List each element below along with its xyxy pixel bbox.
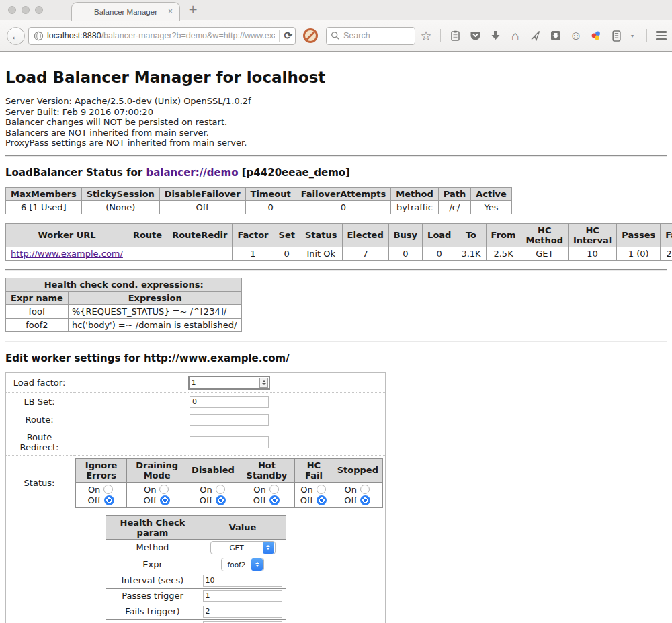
edit-worker-form: Load factor: LB Set: Route: Route Redire… [5,372,386,623]
divider [5,269,667,271]
back-button[interactable]: ← [7,27,25,45]
col-hot-standby: Hot Standby [239,458,294,482]
worker-url-link[interactable]: http://www.example.com/ [11,249,123,259]
draining-mode-off-radio[interactable] [160,495,170,505]
hc-fail-radios: On Off [295,482,333,507]
urlbar-divider [279,30,280,42]
cell-timeout: 0 [245,200,296,214]
hc-uri-input[interactable] [203,621,282,623]
server-built-line: Server Built: Feb 9 2016 07:00:20 [5,107,667,118]
cell-failoverattempts: 0 [296,200,391,214]
interval-input[interactable] [203,575,282,587]
cell-route [128,247,167,260]
close-tab-icon[interactable]: × [168,7,173,16]
number-stepper-icon[interactable] [259,378,268,388]
col-route: Route [128,223,167,247]
balancer-status-heading: LoadBalancer Status for balancer://demo … [5,167,667,179]
expr-select-value: foof2 [222,560,251,569]
search-input[interactable] [343,31,411,40]
select-stepper-icon [251,558,263,571]
tab-title: Balancer Manager [94,8,157,16]
blocked-content-icon[interactable] [303,28,318,43]
stopped-on-radio[interactable] [360,485,370,494]
heading-suffix: [p4420eeae_demo] [239,167,350,179]
cell-factor: 1 [233,247,274,260]
addon-download-icon[interactable] [550,30,562,42]
url-text[interactable]: localhost:8880/balancer-manager?b=demo&w… [47,31,275,40]
search-bar[interactable] [326,27,415,45]
on-label: On [144,485,156,495]
bookmark-star-icon[interactable]: ☆ [420,30,432,42]
col-to: To [456,223,486,247]
hc-fail-off-radio[interactable] [317,495,327,505]
off-label: Off [344,495,357,505]
load-factor-field[interactable] [188,376,270,390]
browser-tab[interactable]: Balancer Manager × [71,2,180,21]
ignore-errors-off-radio[interactable] [104,495,114,505]
lb-set-input[interactable] [190,396,269,408]
container-icon[interactable] [610,30,622,42]
heading-prefix: LoadBalancer Status for [5,167,146,179]
home-icon[interactable]: ⌂ [509,30,521,42]
downloads-icon[interactable] [489,30,501,42]
url-bar[interactable]: localhost:8880/balancer-manager?b=demo&w… [28,27,296,45]
stopped-off-radio[interactable] [360,495,370,505]
toolbar-divider [646,29,647,42]
window-controls[interactable] [8,6,43,14]
server-version-line: Server Version: Apache/2.5.0-dev (Unix) … [5,96,667,107]
feedback-smiley-icon[interactable]: ☺ [570,30,582,42]
hc-fail-on-radio[interactable] [317,485,326,494]
col-worker-url: Worker URL [6,223,128,247]
col-disabled: Disabled [187,458,239,482]
col-failoverattempts: FailoverAttempts [296,187,391,200]
load-factor-input[interactable] [190,378,259,386]
hot-standby-off-radio[interactable] [269,495,280,505]
send-plane-icon[interactable] [530,30,542,42]
expr-table-title: Health check cond. expressions: [6,278,242,291]
method-select[interactable]: GET [210,541,276,554]
off-label: Off [200,495,212,505]
close-window-button[interactable] [8,6,16,14]
expr-select[interactable]: foof2 [221,558,264,571]
draining-mode-on-radio[interactable] [159,485,169,494]
cell-method: bytraffic [391,200,438,214]
pocket-icon[interactable] [469,30,481,42]
expr-label: Expr [106,556,200,573]
disabled-on-radio[interactable] [216,485,225,494]
colorways-icon[interactable] [590,30,602,42]
method-select-value: GET [212,544,262,552]
ignore-errors-on-radio[interactable] [103,485,113,494]
reload-icon[interactable]: ⟳ [284,30,292,42]
new-tab-button[interactable]: + [188,3,198,16]
hot-standby-on-radio[interactable] [269,485,279,494]
disabled-off-radio[interactable] [216,495,226,505]
chevron-down-icon[interactable]: ▾ [626,30,638,42]
col-hc-interval: HC Interval [568,223,616,247]
cell-maxmembers: 6 [1 Used] [6,200,82,214]
route-redirect-input[interactable] [190,436,269,448]
passes-trigger-input[interactable] [203,590,282,602]
on-label: On [345,485,357,495]
cell-expr-name: foof2 [6,318,69,331]
on-label: On [300,485,312,495]
route-input[interactable] [190,414,269,426]
col-elected: Elected [342,223,388,247]
col-status: Status [300,223,342,247]
col-method: Method [391,187,438,200]
back-arrow-icon: ← [11,30,21,42]
col-disablefailover: DisableFailover [159,187,245,200]
col-factor: Factor [233,223,274,247]
page-title: Load Balancer Manager for localhost [5,69,667,86]
cell-busy: 0 [388,247,422,260]
cell-expr-name: foof [6,304,69,318]
browser-navbar: ← localhost:8880/balancer-manager?b=demo… [0,20,672,52]
on-label: On [200,485,212,495]
minimize-window-button[interactable] [22,6,30,14]
cell-status: Init Ok [300,247,342,260]
clipboard-icon[interactable] [449,30,461,42]
menu-icon[interactable] [655,30,667,42]
balancer-demo-link[interactable]: balancer://demo [146,167,238,179]
zoom-window-button[interactable] [35,6,43,14]
cell-to: 3.1K [456,247,486,260]
fails-trigger-input[interactable] [203,606,282,618]
